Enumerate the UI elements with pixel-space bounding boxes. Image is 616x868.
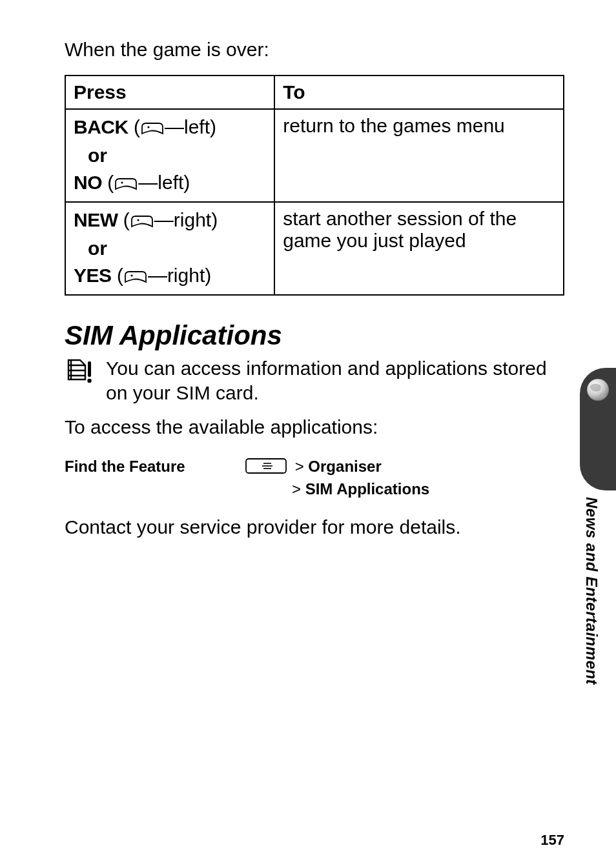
or-label: or [88, 237, 107, 259]
sim-description: You can access information and applicati… [106, 356, 564, 405]
press-cell: BACK ( —left) or NO ( —left) [65, 109, 274, 202]
path-organiser: Organiser [308, 458, 381, 475]
softkey-suffix: —right) [154, 209, 218, 230]
key-label: NEW [74, 209, 118, 230]
path-sim-applications: SIM Applications [305, 480, 429, 498]
table-row: NEW ( —right) or YES ( —right) start ano… [65, 202, 564, 295]
softkey-icon [114, 173, 138, 195]
softkey-suffix: —right) [148, 265, 211, 286]
svg-point-2 [137, 219, 139, 221]
key-label: YES [74, 265, 112, 286]
to-cell: return to the games menu [274, 109, 564, 202]
softkey-icon [124, 266, 147, 288]
find-feature-row: Find the Feature > Organiser > SIM Appli… [65, 458, 564, 498]
svg-point-1 [121, 182, 123, 184]
col-press: Press [65, 76, 274, 109]
page-number: 157 [540, 832, 564, 849]
paren: ( [117, 265, 123, 286]
intro-text: When the game is over: [65, 39, 564, 61]
to-cell: start another session of the game you ju… [274, 202, 564, 295]
press-to-table: Press To BACK ( —left) or NO ( —left) [65, 75, 564, 296]
softkey-suffix: —left) [165, 116, 216, 137]
paren: ( [134, 116, 140, 137]
menu-key-icon [245, 458, 287, 478]
sim-description-row: You can access information and applicati… [65, 356, 564, 405]
contact-text: Contact your service provider for more d… [65, 516, 564, 538]
press-cell: NEW ( —right) or YES ( —right) [65, 202, 274, 295]
svg-rect-4 [88, 361, 91, 377]
feature-path: > Organiser > SIM Applications [245, 458, 429, 498]
svg-point-3 [130, 275, 132, 277]
side-section-label: News and Entertainment [582, 497, 601, 685]
gt: > [292, 480, 301, 498]
side-tab-pill [580, 368, 616, 490]
key-label: NO [74, 172, 102, 193]
gt: > [295, 458, 304, 475]
svg-point-0 [147, 126, 149, 128]
softkey-suffix: —left) [138, 172, 190, 193]
or-label: or [88, 145, 107, 167]
key-label: BACK [74, 116, 128, 137]
find-feature-label: Find the Feature [65, 458, 245, 476]
col-to: To [274, 76, 564, 109]
svg-point-5 [87, 379, 91, 383]
table-header-row: Press To [65, 76, 564, 109]
section-title: SIM Applications [65, 320, 564, 351]
paren: ( [123, 209, 130, 230]
softkey-icon [130, 210, 154, 232]
side-tab [571, 368, 616, 490]
sim-card-icon [65, 358, 94, 387]
paren: ( [107, 172, 114, 193]
globe-icon [585, 377, 611, 405]
table-row: BACK ( —left) or NO ( —left) return to t… [65, 109, 564, 202]
access-line: To access the available applications: [65, 416, 564, 438]
softkey-icon [141, 117, 164, 139]
